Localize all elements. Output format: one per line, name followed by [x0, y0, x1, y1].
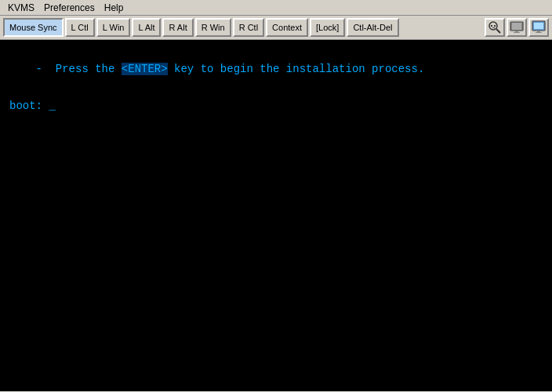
ctrl-alt-del-button[interactable]: Ctl-Alt-Del: [347, 18, 398, 37]
svg-rect-6: [512, 23, 521, 30]
keyboard-icon: [488, 20, 502, 34]
svg-rect-8: [514, 32, 520, 33]
terminal-prefix: - Press the: [36, 63, 122, 75]
monitor-icon-button[interactable]: [507, 18, 527, 37]
terminal-line-2: boot: _: [9, 99, 543, 114]
svg-rect-10: [534, 23, 543, 29]
computer-icon: [532, 20, 546, 34]
icon-group: [485, 18, 549, 37]
svg-rect-2: [491, 25, 492, 27]
r-ctl-button[interactable]: R Ctl: [233, 18, 264, 37]
menu-kvms[interactable]: KVMS: [3, 2, 39, 14]
terminal-line-1: - Press the <ENTER> key to begin the ins…: [9, 46, 543, 93]
toolbar: Mouse Sync L Ctl L Win L Alt R Alt R Win…: [0, 16, 552, 40]
svg-point-0: [489, 22, 497, 30]
l-ctl-button[interactable]: L Ctl: [65, 18, 95, 37]
computer-icon-button[interactable]: [528, 18, 549, 37]
svg-rect-4: [492, 27, 495, 28]
svg-rect-7: [515, 31, 518, 32]
keyboard-icon-button[interactable]: [485, 18, 505, 37]
menubar: KVMS Preferences Help: [0, 0, 552, 16]
mouse-sync-button[interactable]: Mouse Sync: [3, 18, 64, 37]
enter-key-label: <ENTER>: [122, 63, 168, 75]
monitor-icon: [510, 20, 524, 34]
r-win-button[interactable]: R Win: [195, 18, 231, 37]
svg-rect-3: [494, 25, 496, 27]
terminal[interactable]: - Press the <ENTER> key to begin the ins…: [0, 40, 552, 391]
context-button[interactable]: Context: [266, 18, 308, 37]
svg-rect-12: [536, 32, 542, 33]
lock-button[interactable]: [Lock]: [310, 18, 345, 37]
svg-rect-11: [537, 31, 540, 32]
svg-line-1: [496, 29, 500, 33]
r-alt-button[interactable]: R Alt: [162, 18, 193, 37]
terminal-suffix: key to begin the installation process.: [168, 63, 425, 75]
menu-help[interactable]: Help: [100, 2, 129, 14]
l-alt-button[interactable]: L Alt: [132, 18, 161, 37]
l-win-button[interactable]: L Win: [96, 18, 131, 37]
menu-preferences[interactable]: Preferences: [39, 2, 100, 14]
